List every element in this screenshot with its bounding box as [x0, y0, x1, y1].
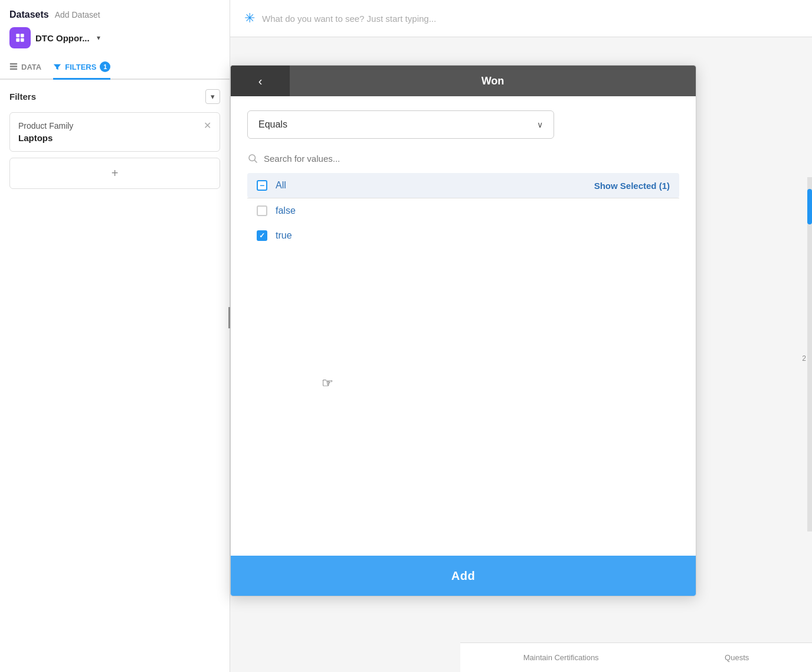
- sidebar-header: Datasets Add Dataset: [0, 0, 230, 20]
- scrollbar-track[interactable]: [807, 177, 812, 531]
- search-placeholder[interactable]: What do you want to see? Just start typi…: [262, 14, 436, 24]
- filters-title-row: Filters ▾: [9, 89, 220, 104]
- dataset-icon: [9, 27, 31, 48]
- filter-field-value: Laptops: [18, 133, 73, 143]
- back-button[interactable]: ‹: [231, 66, 290, 96]
- filter-panel: ‹ Won Equals ∨ All Show Select: [230, 65, 696, 596]
- add-filter-button[interactable]: +: [9, 158, 220, 189]
- filter-card-product-family[interactable]: Product Family Laptops ✕: [9, 112, 220, 152]
- svg-point-7: [249, 155, 256, 161]
- search-values-input[interactable]: [264, 154, 376, 164]
- all-values-row[interactable]: All Show Selected (1): [247, 173, 679, 198]
- right-edge-label: 2: [802, 354, 806, 363]
- svg-rect-1: [21, 34, 24, 37]
- dataset-name: DTC Oppor...: [35, 33, 90, 43]
- filters-section: Filters ▾ Product Family Laptops ✕ +: [0, 80, 230, 198]
- value-row-false[interactable]: false: [247, 198, 679, 223]
- sidebar: Datasets Add Dataset DTC Oppor... ▾ DATA…: [0, 0, 230, 672]
- svg-rect-5: [10, 66, 17, 67]
- all-label: All: [276, 180, 286, 191]
- true-label: true: [276, 230, 292, 241]
- bottom-bar-item-quests[interactable]: Quests: [725, 653, 749, 662]
- svg-rect-3: [21, 38, 24, 42]
- filters-section-title: Filters: [9, 92, 36, 102]
- scrollbar-thumb[interactable]: [807, 189, 812, 224]
- filter-panel-body: Equals ∨ All Show Selected (1): [231, 96, 696, 556]
- show-selected-label[interactable]: Show Selected (1): [594, 181, 670, 191]
- search-star-icon: ✳: [244, 11, 255, 26]
- svg-rect-0: [16, 34, 19, 37]
- operator-label: Equals: [258, 119, 287, 130]
- value-row-true[interactable]: true: [247, 223, 679, 248]
- add-dataset-button[interactable]: Add Dataset: [55, 10, 100, 19]
- filter-panel-title: Won: [290, 75, 696, 87]
- filter-card-content: Product Family Laptops: [18, 121, 73, 143]
- all-left-part: All: [257, 180, 286, 191]
- svg-rect-4: [10, 63, 17, 65]
- dataset-selector[interactable]: DTC Oppor... ▾: [0, 20, 230, 56]
- svg-rect-2: [16, 38, 19, 42]
- dataset-dropdown-arrow[interactable]: ▾: [97, 34, 100, 42]
- true-checkbox[interactable]: [257, 230, 267, 241]
- search-icon: [247, 153, 258, 164]
- all-checkbox[interactable]: [257, 180, 267, 191]
- filters-badge: 1: [100, 61, 110, 72]
- false-label: false: [276, 205, 296, 216]
- svg-rect-6: [10, 68, 17, 70]
- filter-card-header: Product Family Laptops ✕: [18, 121, 211, 143]
- svg-line-8: [254, 160, 257, 162]
- false-checkbox[interactable]: [257, 205, 267, 216]
- bottom-bar-item-certifications[interactable]: Maintain Certifications: [523, 653, 599, 662]
- datasets-label: Datasets: [9, 9, 49, 20]
- search-bar[interactable]: ✳ What do you want to see? Just start ty…: [230, 0, 812, 37]
- bottom-bar: Maintain Certifications Quests: [460, 642, 812, 672]
- filter-field-name: Product Family: [18, 121, 73, 131]
- search-values-row: [247, 153, 679, 164]
- tab-data[interactable]: DATA: [9, 56, 41, 80]
- add-button[interactable]: Add: [231, 556, 696, 596]
- filter-dropdown-button[interactable]: ▾: [205, 89, 220, 104]
- filter-remove-button[interactable]: ✕: [204, 121, 211, 131]
- operator-chevron-icon: ∨: [537, 120, 543, 129]
- back-icon: ‹: [258, 74, 263, 88]
- operator-dropdown[interactable]: Equals ∨: [247, 110, 554, 139]
- filter-panel-header: ‹ Won: [231, 66, 696, 96]
- tab-filters[interactable]: FILTERS 1: [53, 56, 110, 80]
- values-list: All Show Selected (1) false true: [247, 173, 679, 248]
- tabs-row: DATA FILTERS 1: [0, 56, 230, 80]
